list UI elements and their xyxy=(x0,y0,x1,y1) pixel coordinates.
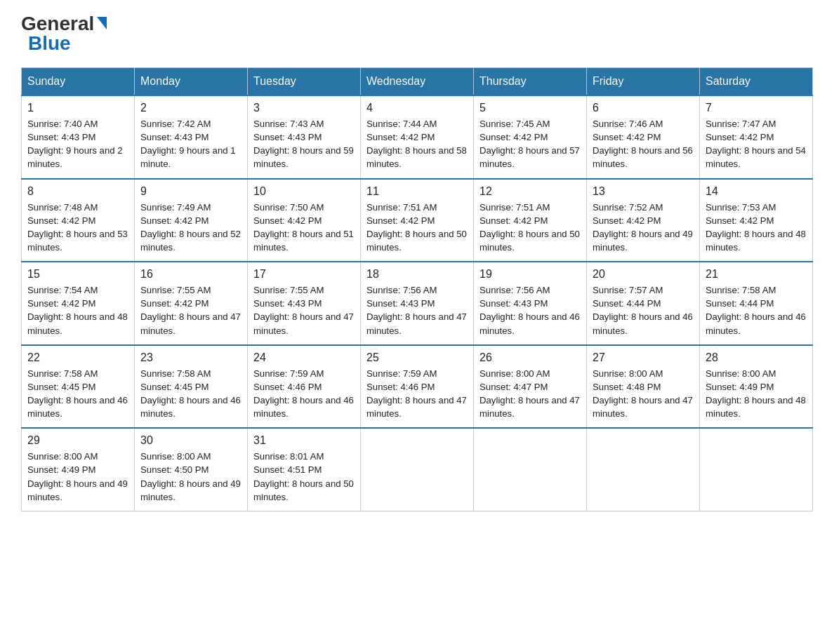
header-cell-sunday: Sunday xyxy=(22,68,135,96)
day-number: 10 xyxy=(253,185,355,198)
day-number: 13 xyxy=(593,185,694,198)
day-number: 1 xyxy=(27,102,128,114)
calendar-cell: 28 Sunrise: 8:00 AMSunset: 4:49 PMDaylig… xyxy=(700,345,813,429)
calendar-cell: 8 Sunrise: 7:48 AMSunset: 4:42 PMDayligh… xyxy=(22,179,135,262)
day-info: Sunrise: 7:51 AMSunset: 4:42 PMDaylight:… xyxy=(479,201,581,255)
calendar-cell: 30 Sunrise: 8:00 AMSunset: 4:50 PMDaylig… xyxy=(135,428,248,511)
day-number: 4 xyxy=(366,102,468,114)
day-info: Sunrise: 8:01 AMSunset: 4:51 PMDaylight:… xyxy=(253,450,355,504)
calendar-cell: 27 Sunrise: 8:00 AMSunset: 4:48 PMDaylig… xyxy=(587,345,700,429)
header-row: SundayMondayTuesdayWednesdayThursdayFrid… xyxy=(22,68,813,96)
calendar-cell: 29 Sunrise: 8:00 AMSunset: 4:49 PMDaylig… xyxy=(22,428,135,511)
day-info: Sunrise: 8:00 AMSunset: 4:50 PMDaylight:… xyxy=(140,450,241,504)
calendar-cell: 16 Sunrise: 7:55 AMSunset: 4:42 PMDaylig… xyxy=(135,262,248,345)
calendar-week-2: 8 Sunrise: 7:48 AMSunset: 4:42 PMDayligh… xyxy=(22,179,813,262)
calendar-cell: 22 Sunrise: 7:58 AMSunset: 4:45 PMDaylig… xyxy=(22,345,135,429)
day-number: 30 xyxy=(140,434,241,447)
calendar-cell: 24 Sunrise: 7:59 AMSunset: 4:46 PMDaylig… xyxy=(248,345,361,429)
day-number: 16 xyxy=(140,268,241,281)
day-info: Sunrise: 8:00 AMSunset: 4:47 PMDaylight:… xyxy=(479,367,581,421)
day-info: Sunrise: 7:55 AMSunset: 4:42 PMDaylight:… xyxy=(140,283,241,337)
day-number: 18 xyxy=(366,268,468,281)
day-info: Sunrise: 7:59 AMSunset: 4:46 PMDaylight:… xyxy=(366,367,468,421)
header-cell-wednesday: Wednesday xyxy=(361,68,474,96)
day-info: Sunrise: 7:56 AMSunset: 4:43 PMDaylight:… xyxy=(366,283,468,337)
calendar-cell: 25 Sunrise: 7:59 AMSunset: 4:46 PMDaylig… xyxy=(361,345,474,429)
day-number: 24 xyxy=(253,351,355,364)
calendar-cell: 9 Sunrise: 7:49 AMSunset: 4:42 PMDayligh… xyxy=(135,179,248,262)
day-number: 5 xyxy=(479,102,581,114)
day-info: Sunrise: 7:42 AMSunset: 4:43 PMDaylight:… xyxy=(140,117,241,171)
logo-triangle-icon xyxy=(97,17,107,29)
calendar-cell xyxy=(587,428,700,511)
calendar-cell xyxy=(700,428,813,511)
day-info: Sunrise: 8:00 AMSunset: 4:49 PMDaylight:… xyxy=(706,367,807,421)
calendar-cell: 12 Sunrise: 7:51 AMSunset: 4:42 PMDaylig… xyxy=(474,179,587,262)
calendar-table: SundayMondayTuesdayWednesdayThursdayFrid… xyxy=(21,67,813,511)
calendar-cell: 11 Sunrise: 7:51 AMSunset: 4:42 PMDaylig… xyxy=(361,179,474,262)
day-info: Sunrise: 7:52 AMSunset: 4:42 PMDaylight:… xyxy=(593,201,694,255)
calendar-cell: 7 Sunrise: 7:47 AMSunset: 4:42 PMDayligh… xyxy=(700,95,813,179)
day-number: 26 xyxy=(479,351,581,364)
day-info: Sunrise: 7:55 AMSunset: 4:43 PMDaylight:… xyxy=(253,283,355,337)
day-info: Sunrise: 7:51 AMSunset: 4:42 PMDaylight:… xyxy=(366,201,468,255)
day-number: 23 xyxy=(140,351,241,364)
calendar-cell xyxy=(361,428,474,511)
day-number: 20 xyxy=(593,268,694,281)
calendar-cell: 18 Sunrise: 7:56 AMSunset: 4:43 PMDaylig… xyxy=(361,262,474,345)
day-number: 17 xyxy=(253,268,355,281)
calendar-cell: 15 Sunrise: 7:54 AMSunset: 4:42 PMDaylig… xyxy=(22,262,135,345)
day-number: 3 xyxy=(253,102,355,114)
calendar-cell: 14 Sunrise: 7:53 AMSunset: 4:42 PMDaylig… xyxy=(700,179,813,262)
day-info: Sunrise: 7:47 AMSunset: 4:42 PMDaylight:… xyxy=(706,117,807,171)
header-cell-thursday: Thursday xyxy=(474,68,587,96)
day-info: Sunrise: 7:54 AMSunset: 4:42 PMDaylight:… xyxy=(27,283,128,337)
day-info: Sunrise: 7:43 AMSunset: 4:43 PMDaylight:… xyxy=(253,117,355,171)
day-number: 9 xyxy=(140,185,241,198)
day-number: 21 xyxy=(706,268,807,281)
day-number: 28 xyxy=(706,351,807,364)
calendar-cell: 23 Sunrise: 7:58 AMSunset: 4:45 PMDaylig… xyxy=(135,345,248,429)
day-info: Sunrise: 7:45 AMSunset: 4:42 PMDaylight:… xyxy=(479,117,581,171)
day-number: 22 xyxy=(27,351,128,364)
day-info: Sunrise: 8:00 AMSunset: 4:49 PMDaylight:… xyxy=(27,450,128,504)
day-number: 31 xyxy=(253,434,355,447)
calendar-cell: 20 Sunrise: 7:57 AMSunset: 4:44 PMDaylig… xyxy=(587,262,700,345)
calendar-week-3: 15 Sunrise: 7:54 AMSunset: 4:42 PMDaylig… xyxy=(22,262,813,345)
calendar-cell: 1 Sunrise: 7:40 AMSunset: 4:43 PMDayligh… xyxy=(22,95,135,179)
day-info: Sunrise: 7:58 AMSunset: 4:45 PMDaylight:… xyxy=(140,367,241,421)
calendar-week-1: 1 Sunrise: 7:40 AMSunset: 4:43 PMDayligh… xyxy=(22,95,813,179)
header-cell-tuesday: Tuesday xyxy=(248,68,361,96)
day-number: 25 xyxy=(366,351,468,364)
logo: General Blue xyxy=(21,14,107,53)
day-info: Sunrise: 7:46 AMSunset: 4:42 PMDaylight:… xyxy=(593,117,694,171)
calendar-cell: 2 Sunrise: 7:42 AMSunset: 4:43 PMDayligh… xyxy=(135,95,248,179)
calendar-week-5: 29 Sunrise: 8:00 AMSunset: 4:49 PMDaylig… xyxy=(22,428,813,511)
logo-general-text: General xyxy=(21,14,94,34)
calendar-cell: 3 Sunrise: 7:43 AMSunset: 4:43 PMDayligh… xyxy=(248,95,361,179)
day-number: 27 xyxy=(593,351,694,364)
day-info: Sunrise: 7:44 AMSunset: 4:42 PMDaylight:… xyxy=(366,117,468,171)
day-info: Sunrise: 7:58 AMSunset: 4:45 PMDaylight:… xyxy=(27,367,128,421)
calendar-cell: 4 Sunrise: 7:44 AMSunset: 4:42 PMDayligh… xyxy=(361,95,474,179)
day-info: Sunrise: 7:53 AMSunset: 4:42 PMDaylight:… xyxy=(706,201,807,255)
logo-blue-text: Blue xyxy=(28,34,71,53)
page-header: General Blue xyxy=(21,14,813,53)
calendar-cell: 19 Sunrise: 7:56 AMSunset: 4:43 PMDaylig… xyxy=(474,262,587,345)
day-info: Sunrise: 7:58 AMSunset: 4:44 PMDaylight:… xyxy=(706,283,807,337)
day-number: 2 xyxy=(140,102,241,114)
day-info: Sunrise: 8:00 AMSunset: 4:48 PMDaylight:… xyxy=(593,367,694,421)
day-info: Sunrise: 7:57 AMSunset: 4:44 PMDaylight:… xyxy=(593,283,694,337)
header-cell-monday: Monday xyxy=(135,68,248,96)
calendar-cell: 13 Sunrise: 7:52 AMSunset: 4:42 PMDaylig… xyxy=(587,179,700,262)
calendar-cell xyxy=(474,428,587,511)
calendar-week-4: 22 Sunrise: 7:58 AMSunset: 4:45 PMDaylig… xyxy=(22,345,813,429)
day-info: Sunrise: 7:56 AMSunset: 4:43 PMDaylight:… xyxy=(479,283,581,337)
calendar-cell: 31 Sunrise: 8:01 AMSunset: 4:51 PMDaylig… xyxy=(248,428,361,511)
header-cell-saturday: Saturday xyxy=(700,68,813,96)
header-cell-friday: Friday xyxy=(587,68,700,96)
calendar-cell: 17 Sunrise: 7:55 AMSunset: 4:43 PMDaylig… xyxy=(248,262,361,345)
calendar-body: 1 Sunrise: 7:40 AMSunset: 4:43 PMDayligh… xyxy=(22,95,813,511)
day-number: 14 xyxy=(706,185,807,198)
day-info: Sunrise: 7:50 AMSunset: 4:42 PMDaylight:… xyxy=(253,201,355,255)
